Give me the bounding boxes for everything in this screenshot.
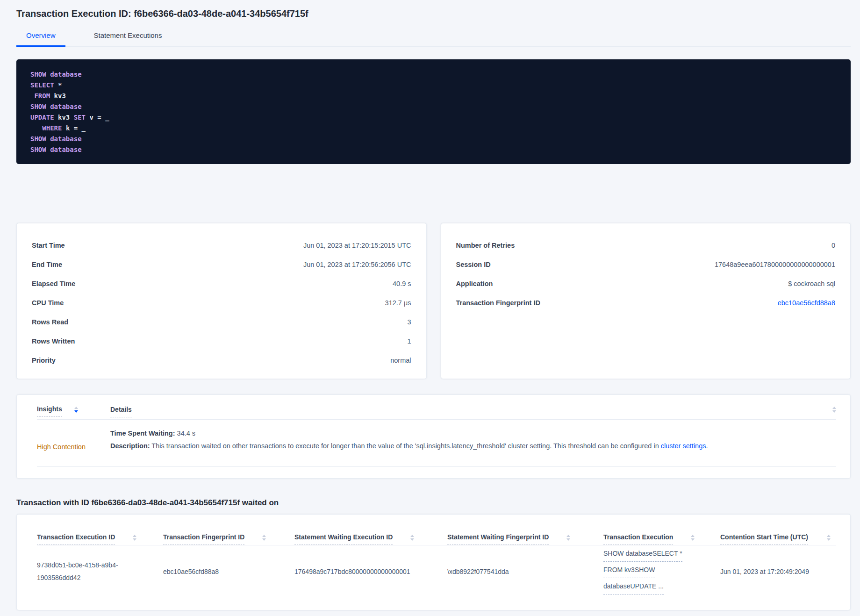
row-label: Session ID bbox=[456, 261, 491, 268]
cell-transaction-execution[interactable]: SHOW databaseSELECT * FROM kv3SHOW datab… bbox=[603, 547, 720, 596]
transaction-details-page: Transaction Execution ID: f6be6366-da03-… bbox=[0, 0, 860, 610]
cell-contention-start-time: Jun 01, 2023 at 17:20:49:2049 bbox=[720, 566, 836, 578]
row-value: normal bbox=[390, 357, 411, 364]
summary-row-priority: Priority normal bbox=[32, 351, 411, 370]
col-transaction-execution-id[interactable]: Transaction Execution ID bbox=[37, 515, 163, 545]
page-title: Transaction Execution ID: f6be6366-da03-… bbox=[16, 8, 851, 19]
cell-statement-waiting-execution-id: 176498a9c717bdc80000000000000001 bbox=[294, 566, 447, 578]
row-label: CPU Time bbox=[32, 299, 64, 307]
insights-column-header[interactable]: Insights bbox=[37, 405, 110, 417]
transaction-fingerprint-link[interactable]: ebc10ae56cfd88a8 bbox=[778, 299, 835, 307]
meta-row-transaction-fingerprint: Transaction Fingerprint ID ebc10ae56cfd8… bbox=[456, 293, 836, 312]
col-transaction-fingerprint-id[interactable]: Transaction Fingerprint ID bbox=[163, 515, 294, 545]
row-label: Application bbox=[456, 280, 493, 287]
col-statement-waiting-execution-id[interactable]: Statement Waiting Execution ID bbox=[294, 515, 447, 545]
cell-statement-waiting-fingerprint-id: \xdb8922f077541dda bbox=[447, 566, 603, 578]
summary-row-cpu-time: CPU Time 312.7 µs bbox=[32, 293, 411, 312]
summary-row-rows-read: Rows Read 3 bbox=[32, 312, 411, 331]
tab-bar: Overview Statement Executions bbox=[16, 31, 851, 47]
summary-row-rows-written: Rows Written 1 bbox=[32, 331, 411, 351]
row-value: $ cockroach sql bbox=[788, 280, 835, 287]
col-transaction-execution[interactable]: Transaction Execution bbox=[603, 515, 720, 545]
row-value: Jun 01, 2023 at 17:20:15:2015 UTC bbox=[303, 242, 411, 249]
row-value: 312.7 µs bbox=[385, 299, 411, 307]
insight-type-label: High Contention bbox=[37, 427, 110, 466]
meta-row-application: Application $ cockroach sql bbox=[456, 274, 836, 293]
summary-cards-row: Start Time Jun 01, 2023 at 17:20:15:2015… bbox=[16, 223, 851, 379]
row-label: Priority bbox=[32, 357, 56, 364]
insight-details: Time Spent Waiting: 34.4 s Description: … bbox=[110, 427, 836, 466]
row-label: Number of Retries bbox=[456, 242, 515, 249]
sort-icon bbox=[410, 535, 414, 541]
cell-transaction-fingerprint-id: ebc10ae56cfd88a8 bbox=[163, 566, 294, 578]
sort-icon bbox=[566, 535, 570, 541]
row-label: Rows Read bbox=[32, 318, 68, 326]
insights-table-card: Insights Details High Contention Time Sp… bbox=[16, 394, 851, 479]
row-label: Rows Written bbox=[32, 337, 75, 345]
row-label: Start Time bbox=[32, 242, 65, 249]
cluster-settings-link[interactable]: cluster settings bbox=[661, 442, 706, 450]
row-value: 0 bbox=[831, 242, 835, 249]
insight-row: High Contention Time Spent Waiting: 34.4… bbox=[37, 420, 836, 466]
row-label: End Time bbox=[32, 261, 62, 268]
row-value: Jun 01, 2023 at 17:20:56:2056 UTC bbox=[303, 261, 411, 268]
insights-table-header: Insights Details bbox=[37, 395, 836, 419]
row-label: Transaction Fingerprint ID bbox=[456, 299, 540, 307]
sort-icon bbox=[691, 535, 695, 541]
sql-statements-box: SHOW databaseSELECT * FROM kv3SHOW datab… bbox=[16, 59, 851, 164]
sort-icon bbox=[133, 535, 136, 541]
waited-table-header: Transaction Execution ID Transaction Fin… bbox=[37, 515, 836, 545]
sort-icon bbox=[262, 535, 266, 541]
sort-icon[interactable] bbox=[832, 407, 836, 413]
sql-statements: SHOW databaseSELECT * FROM kv3SHOW datab… bbox=[30, 69, 837, 155]
row-value: 1 bbox=[407, 337, 411, 345]
row-label: Elapsed Time bbox=[32, 280, 75, 287]
row-value: 40.9 s bbox=[393, 280, 411, 287]
meta-row-retries: Number of Retries 0 bbox=[456, 236, 836, 255]
col-contention-start-time[interactable]: Contention Start Time (UTC) bbox=[720, 515, 836, 545]
sort-desc-icon bbox=[74, 407, 78, 413]
summary-row-elapsed-time: Elapsed Time 40.9 s bbox=[32, 274, 411, 293]
summary-row-end-time: End Time Jun 01, 2023 at 17:20:56:2056 U… bbox=[32, 255, 411, 274]
waited-on-table-card: Transaction Execution ID Transaction Fin… bbox=[16, 514, 851, 610]
details-column-header[interactable]: Details bbox=[110, 405, 132, 417]
insight-description: Description: This transaction waited on … bbox=[110, 440, 836, 452]
execution-summary-card: Start Time Jun 01, 2023 at 17:20:15:2015… bbox=[16, 223, 427, 379]
waited-table-row: 9738d051-bc0e-4158-a9b4-1903586ddd42 ebc… bbox=[37, 545, 836, 598]
sort-icon bbox=[827, 535, 831, 541]
meta-row-session-id: Session ID 17648a9eea6017800000000000000… bbox=[456, 255, 836, 274]
row-value: 17648a9eea6017800000000000000001 bbox=[715, 261, 835, 268]
time-spent-waiting: Time Spent Waiting: 34.4 s bbox=[110, 427, 836, 440]
tab-overview[interactable]: Overview bbox=[16, 31, 65, 47]
row-value: 3 bbox=[407, 318, 411, 326]
summary-row-start-time: Start Time Jun 01, 2023 at 17:20:15:2015… bbox=[32, 236, 411, 255]
execution-meta-card: Number of Retries 0 Session ID 17648a9ee… bbox=[441, 223, 851, 379]
cell-transaction-execution-id: 9738d051-bc0e-4158-a9b4-1903586ddd42 bbox=[37, 559, 140, 584]
col-statement-waiting-fingerprint-id[interactable]: Statement Waiting Fingerprint ID bbox=[447, 515, 603, 545]
waited-on-heading: Transaction with ID f6be6366-da03-48de-a… bbox=[16, 498, 851, 508]
tab-statement-executions[interactable]: Statement Executions bbox=[84, 31, 172, 47]
